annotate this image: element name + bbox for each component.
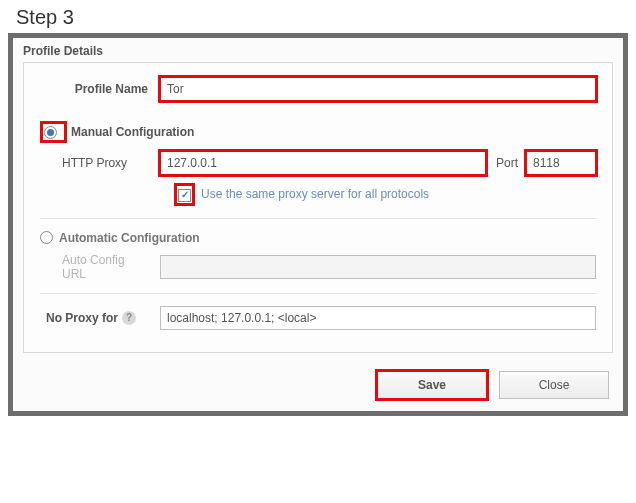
save-button-label: Save bbox=[418, 378, 446, 392]
profile-name-label: Profile Name bbox=[40, 82, 160, 96]
button-row: Save Close bbox=[13, 363, 623, 411]
profile-name-input[interactable] bbox=[160, 77, 596, 101]
http-proxy-row: HTTP Proxy Port bbox=[46, 151, 596, 175]
same-proxy-row: Use the same proxy server for all protoc… bbox=[174, 183, 596, 206]
same-proxy-checkbox[interactable] bbox=[178, 189, 191, 202]
http-proxy-input[interactable] bbox=[160, 151, 486, 175]
manual-config-option[interactable]: Manual Configuration bbox=[40, 121, 596, 143]
auto-url-label: Auto Config URL bbox=[46, 253, 160, 281]
manual-config-label: Manual Configuration bbox=[71, 125, 194, 139]
auto-config-radio[interactable] bbox=[40, 231, 53, 244]
manual-config-radio[interactable] bbox=[44, 126, 57, 139]
no-proxy-row: No Proxy for ? bbox=[40, 306, 596, 330]
dialog-frame: Profile Details Profile Name Manual Conf… bbox=[8, 33, 628, 416]
auto-url-input bbox=[160, 255, 596, 279]
help-icon[interactable]: ? bbox=[122, 311, 136, 325]
auto-config-label: Automatic Configuration bbox=[59, 231, 200, 245]
no-proxy-input[interactable] bbox=[160, 306, 596, 330]
close-button-label: Close bbox=[539, 378, 570, 392]
panel-title: Profile Details bbox=[13, 38, 623, 62]
same-proxy-check-highlight bbox=[174, 183, 195, 206]
same-proxy-label: Use the same proxy server for all protoc… bbox=[201, 187, 429, 201]
port-input[interactable] bbox=[526, 151, 596, 175]
no-proxy-label: No Proxy for bbox=[46, 311, 118, 325]
profile-details-panel: Profile Name Manual Configuration HTTP P… bbox=[23, 62, 613, 353]
auto-config-option[interactable]: Automatic Configuration bbox=[40, 231, 596, 245]
divider-1 bbox=[40, 218, 596, 219]
http-proxy-label: HTTP Proxy bbox=[46, 156, 160, 170]
step-heading: Step 3 bbox=[0, 0, 636, 33]
save-button[interactable]: Save bbox=[377, 371, 487, 399]
profile-name-row: Profile Name bbox=[40, 77, 596, 101]
no-proxy-label-wrap: No Proxy for ? bbox=[40, 311, 160, 325]
port-label: Port bbox=[486, 156, 526, 170]
auto-url-row: Auto Config URL bbox=[46, 253, 596, 281]
divider-2 bbox=[40, 293, 596, 294]
close-button[interactable]: Close bbox=[499, 371, 609, 399]
manual-radio-highlight bbox=[40, 121, 67, 143]
